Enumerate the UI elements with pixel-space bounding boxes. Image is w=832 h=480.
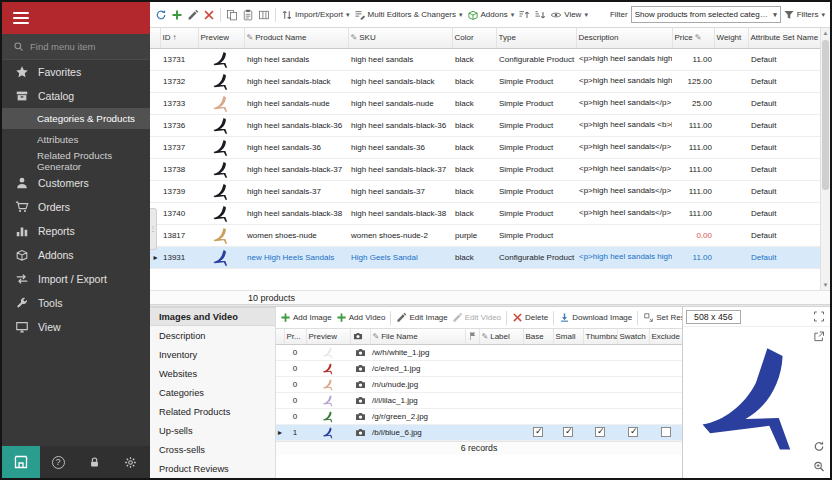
column-header-small[interactable]: Small bbox=[553, 329, 583, 344]
product-row[interactable]: ▸ 13731 high heel sandals high heel sand… bbox=[150, 48, 820, 70]
sidebar-collapse-grip[interactable]: ⋮ bbox=[150, 208, 157, 250]
column-header-color[interactable]: Color bbox=[452, 28, 496, 48]
zoom-button[interactable] bbox=[813, 460, 827, 474]
product-row[interactable]: ▸ 13817 women shoes-nude women shoes-nud… bbox=[150, 224, 820, 246]
product-row[interactable]: ▸ 13739 high heel sandals-37 high heel s… bbox=[150, 180, 820, 202]
detail-tab[interactable]: Cross-sells bbox=[150, 440, 275, 459]
image-row[interactable]: ▸ 0 /w/h/white_1.jpg bbox=[276, 344, 682, 360]
column-header-priority[interactable]: Pr... bbox=[284, 329, 306, 344]
column-header-exclude[interactable]: Exclude bbox=[649, 329, 682, 344]
filters-dropdown[interactable]: Filters▾ bbox=[781, 5, 827, 25]
sidebar-item[interactable]: Reports bbox=[2, 219, 150, 243]
detail-tab[interactable]: Websites bbox=[150, 364, 275, 383]
hamburger-menu-icon[interactable] bbox=[13, 9, 29, 27]
column-header-thumbnail[interactable]: Thumbna bbox=[583, 329, 617, 344]
image-row[interactable]: ▸ 0 /g/r/green_2.jpg bbox=[276, 408, 682, 424]
sidebar-item[interactable]: Related Products Generator bbox=[2, 150, 150, 171]
column-header-file-name[interactable]: ✎File Name bbox=[370, 329, 465, 344]
column-header-type[interactable]: Type bbox=[496, 28, 576, 48]
detail-tab[interactable]: Description bbox=[150, 326, 275, 345]
column-header-swatch[interactable]: Swatch bbox=[617, 329, 649, 344]
column-header-label[interactable]: ✎Label bbox=[479, 329, 523, 344]
download-image-button[interactable]: Download Image bbox=[557, 308, 634, 328]
sidebar-item[interactable]: Attributes bbox=[2, 129, 150, 150]
column-header-base[interactable]: Base bbox=[523, 329, 553, 344]
category-filter-select[interactable]: Show products from selected categories▾ bbox=[631, 6, 781, 23]
sidebar-item[interactable]: Import / Export bbox=[2, 267, 150, 291]
sort-desc-button[interactable] bbox=[532, 5, 548, 25]
column-header-preview[interactable]: Preview bbox=[198, 28, 244, 48]
refresh-button[interactable] bbox=[153, 5, 169, 25]
image-role-checkbox[interactable] bbox=[628, 427, 638, 437]
detail-tab[interactable]: Inventory bbox=[150, 345, 275, 364]
product-row[interactable]: ▸ 13736 high heel sandals-black-36 high … bbox=[150, 114, 820, 136]
add-video-button[interactable]: Add Video bbox=[334, 308, 388, 328]
lock-button[interactable] bbox=[76, 456, 112, 469]
sort-asc-button[interactable] bbox=[516, 5, 532, 25]
product-row[interactable]: ▸ 13733 high heel sandals-nude high heel… bbox=[150, 92, 820, 114]
scroll-up-arrow[interactable]: ▲ bbox=[821, 28, 830, 38]
rotate-button[interactable] bbox=[813, 440, 827, 454]
detail-tab[interactable]: Related Products bbox=[150, 402, 275, 421]
sidebar-item[interactable]: Orders bbox=[2, 195, 150, 219]
edit-image-button[interactable]: Edit Image bbox=[394, 308, 449, 328]
add-image-button[interactable]: Add Image bbox=[278, 308, 334, 328]
vertical-scrollbar[interactable]: ▲ ▼ bbox=[820, 28, 830, 290]
column-header-preview[interactable]: Preview bbox=[306, 329, 350, 344]
edit-product-button[interactable] bbox=[185, 5, 201, 25]
import-export-dropdown[interactable]: Import/Export▾ bbox=[279, 5, 352, 25]
column-header-name[interactable]: ✎Product Name bbox=[244, 28, 348, 48]
addons-dropdown[interactable]: Addons▾ bbox=[465, 5, 517, 25]
image-role-checkbox[interactable] bbox=[661, 427, 671, 437]
delete-image-button[interactable]: Delete bbox=[510, 308, 550, 328]
image-row[interactable]: ▸ 0 /c/e/red_1.jpg bbox=[276, 360, 682, 376]
image-role-checkbox[interactable] bbox=[533, 427, 543, 437]
set-resize-rule-button[interactable]: Set Resize Rule bbox=[641, 308, 682, 328]
detail-tab[interactable]: Categories bbox=[150, 383, 275, 402]
product-row[interactable]: ▸ 13738 high heel sandals-black-37 high … bbox=[150, 158, 820, 180]
product-row[interactable]: ▸ 13732 high heel sandals-black high hee… bbox=[150, 70, 820, 92]
copy-button[interactable] bbox=[224, 5, 240, 25]
sidebar-item[interactable]: Categories & Products bbox=[2, 108, 150, 129]
paste-button[interactable] bbox=[240, 5, 256, 25]
image-row[interactable]: ▸ 0 /l/i/lilac_1.jpg bbox=[276, 392, 682, 408]
store-button[interactable] bbox=[2, 446, 40, 478]
detail-tab[interactable]: Product Reviews bbox=[150, 459, 275, 478]
column-header-camera[interactable] bbox=[350, 329, 370, 344]
detail-tab[interactable]: Up-sells bbox=[150, 421, 275, 440]
product-row[interactable]: ▸ 13740 high heel sandals-black-38 high … bbox=[150, 202, 820, 224]
column-header-sku[interactable]: ✎SKU bbox=[348, 28, 452, 48]
sidebar-item[interactable]: View bbox=[2, 315, 150, 339]
detail-tab[interactable]: Images and Video bbox=[150, 307, 275, 326]
fullscreen-button[interactable] bbox=[813, 310, 827, 324]
columns-button[interactable] bbox=[256, 5, 272, 25]
column-header-flag[interactable] bbox=[465, 329, 479, 344]
help-button[interactable]: ? bbox=[40, 456, 76, 469]
column-header-attr-set[interactable]: Attribute Set Name bbox=[748, 28, 820, 48]
sidebar-item[interactable]: Customers bbox=[2, 171, 150, 195]
column-header-price[interactable]: Price✎ bbox=[672, 28, 714, 48]
image-row[interactable]: ▸ 1 /b/l/blue_6.jpg bbox=[276, 424, 682, 440]
scrollbar-thumb[interactable] bbox=[822, 40, 829, 190]
column-header-id[interactable]: ID↑ bbox=[160, 28, 198, 48]
cell-price: 111.00 bbox=[672, 202, 714, 224]
settings-button[interactable] bbox=[112, 456, 148, 469]
multi-editors-dropdown[interactable]: Multi Editors & Changers▾ bbox=[352, 5, 465, 25]
sidebar-item[interactable]: Favorites bbox=[2, 60, 150, 84]
image-role-checkbox[interactable] bbox=[563, 427, 573, 437]
open-external-button[interactable] bbox=[813, 330, 827, 344]
column-header-weight[interactable]: Weight bbox=[714, 28, 748, 48]
delete-product-button[interactable] bbox=[201, 5, 217, 25]
view-dropdown[interactable]: View▾ bbox=[548, 5, 590, 25]
product-row[interactable]: ▸ 13737 high heel sandals-36 high heel s… bbox=[150, 136, 820, 158]
product-row[interactable]: ▸ 13931 new High Heels Sandals High Geel… bbox=[150, 246, 820, 268]
image-row[interactable]: ▸ 0 /n/u/nude.jpg bbox=[276, 376, 682, 392]
sidebar-item[interactable]: Tools bbox=[2, 291, 150, 315]
sidebar-item[interactable]: Catalog bbox=[2, 84, 150, 108]
add-product-button[interactable] bbox=[169, 5, 185, 25]
menu-search-input[interactable] bbox=[30, 41, 130, 52]
scroll-down-arrow[interactable]: ▼ bbox=[821, 280, 830, 290]
image-role-checkbox[interactable] bbox=[595, 427, 605, 437]
sidebar-item[interactable]: Addons bbox=[2, 243, 150, 267]
column-header-description[interactable]: Description bbox=[576, 28, 672, 48]
